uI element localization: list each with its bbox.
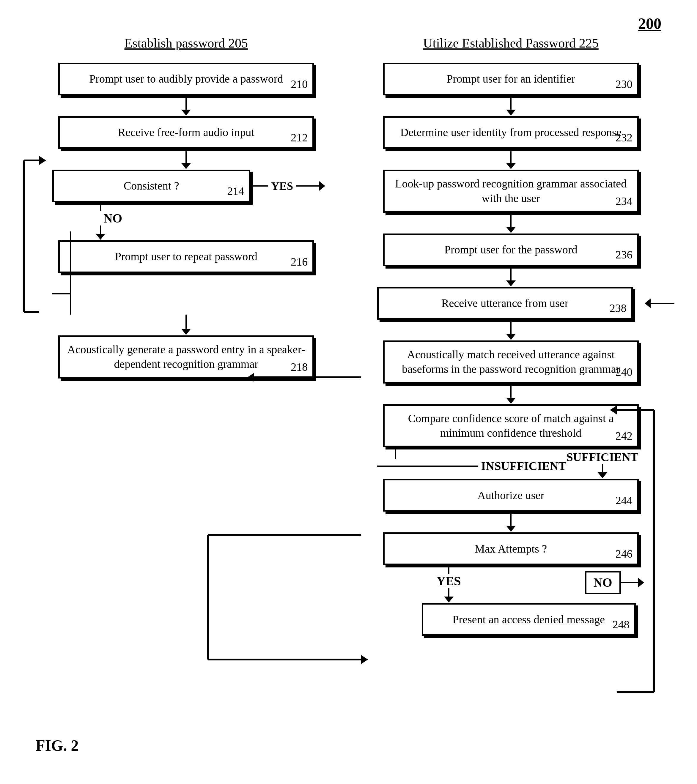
insufficient-branch: INSUFFICIENT (377, 447, 567, 473)
consistent-row: Consistent ? 214 YES (52, 170, 320, 202)
box-218: Acoustically generate a password entry i… (58, 335, 314, 379)
box-236: Prompt user for the password 236 (383, 234, 639, 266)
box-212: Receive free-form audio input 212 (58, 116, 314, 149)
yes-no-row: YES NO (377, 565, 645, 603)
box-242: Compare confidence score of match agains… (383, 404, 639, 447)
yes-branch-right: YES (437, 565, 461, 603)
box-238: Receive utterance from user 238 (377, 287, 633, 320)
no-label: NO (100, 211, 122, 226)
no-branch: NO (82, 202, 290, 240)
box-230: Prompt user for an identifier 230 (383, 63, 639, 96)
box-246: Max Attempts ? 246 (383, 532, 639, 565)
sufficient-label: SUFFICIENT (566, 450, 638, 464)
right-col-title: Utilize Established Password 225 (423, 36, 599, 51)
yes-label-left: YES (271, 180, 293, 193)
sufficient-branch: SUFFICIENT (566, 447, 638, 479)
loop-back-arrow (52, 273, 320, 315)
left-column: Establish password 205 Prompt user to au… (38, 36, 335, 636)
box-210: Prompt user to audibly provide a passwor… (58, 63, 314, 96)
insufficient-label: INSUFFICIENT (481, 459, 567, 473)
box-234: Look-up password recognition grammar ass… (383, 170, 639, 213)
svg-marker-9 (361, 655, 368, 664)
right-column: Utilize Established Password 225 Prompt … (362, 36, 659, 636)
box-240: Acoustically match received utterance ag… (383, 341, 639, 384)
box-248: Present an access denied message 248 (422, 603, 636, 636)
yes-branch-left: YES (250, 180, 320, 193)
fig-label: FIG. 2 (36, 737, 78, 754)
box-216: Prompt user to repeat password 216 (58, 240, 314, 273)
page: 200 Establish password 205 Prompt user t… (0, 0, 697, 784)
page-number: 200 (638, 15, 661, 32)
no-label-right: NO (585, 571, 621, 594)
sufficient-insufficient-row: INSUFFICIENT SUFFICIENT (377, 447, 645, 479)
box-238-row: Receive utterance from user 238 (377, 287, 645, 320)
box-214: Consistent ? 214 (52, 170, 250, 202)
no-branch-right: NO (585, 571, 639, 594)
left-col-title: Establish password 205 (124, 36, 248, 51)
yes-label-right: YES (437, 574, 461, 588)
box-232: Determine user identity from processed r… (383, 116, 639, 149)
box-244: Authorize user 244 (383, 479, 639, 512)
